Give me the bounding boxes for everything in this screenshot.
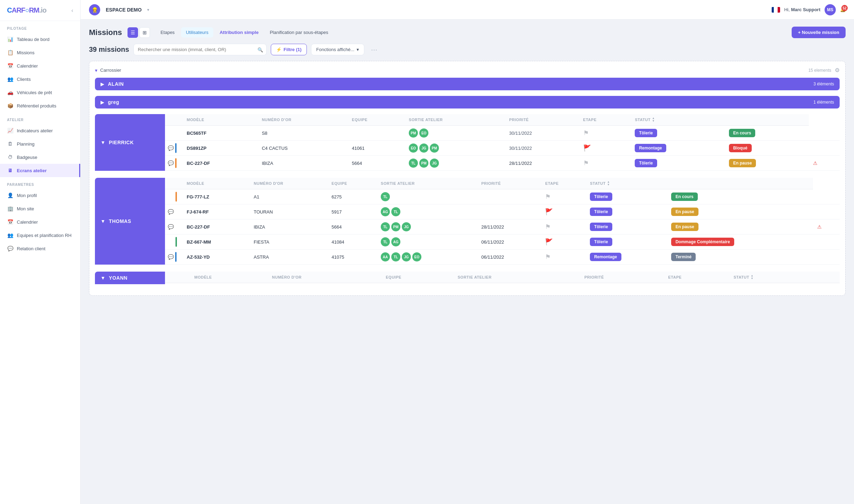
or-cell: 5664 [348, 156, 405, 171]
statut-cell[interactable]: Terminé [667, 250, 813, 265]
sidebar-item-ecrans[interactable]: 🖥 Ecrans atelier [0, 164, 80, 177]
sidebar-item-mon-site[interactable]: 🏢 Mon site [0, 202, 80, 215]
list-view-btn[interactable]: ☰ [128, 27, 138, 38]
table-row[interactable]: BZ-667-MMFIESTA41084TLAG06/11/2022🚩Tôler… [165, 234, 840, 250]
notification-bell[interactable]: 🔔 52 [840, 7, 846, 12]
or-cell: 41084 [328, 234, 377, 250]
immat-cell[interactable]: BC-227-DF [182, 156, 257, 171]
sidebar-item-clients[interactable]: 👥 Clients [0, 72, 80, 86]
sidebar-item-equipes[interactable]: 👥 Equipes et planification RH [0, 229, 80, 242]
table-row[interactable]: 💬BC-227-DFIBIZA5664TLPMJG28/11/2022⚑Tôle… [165, 219, 840, 234]
sidebar-item-calendrier[interactable]: 📅 Calendrier [0, 59, 80, 72]
immat-cell[interactable]: DS891ZP [182, 141, 257, 156]
statut-cell[interactable]: Dommage Complémentaire [667, 234, 813, 250]
row-indicators-cell [165, 189, 182, 204]
tab-attribution[interactable]: Attribution simple [215, 27, 263, 37]
sidebar-item-label: Calendrier [17, 63, 38, 69]
sidebar-item-badgeuse[interactable]: ⏱ Badgeuse [0, 150, 80, 164]
user-group-header-greg[interactable]: ▶ greg 1 éléments [95, 96, 840, 108]
flag-icon: ⚑ [583, 160, 589, 167]
statut-cell[interactable]: En pause [667, 219, 813, 234]
sidebar-item-calendrier2[interactable]: 📅 Calendrier [0, 215, 80, 229]
collapse-icon-thomas: ▼ [101, 218, 105, 224]
th-etape: Etape [579, 114, 631, 126]
statut-cell[interactable]: Bloqué [725, 141, 809, 156]
user-group-header-alain[interactable]: ▶ ALAIN 3 éléments [95, 78, 840, 90]
section-count: 15 elements [808, 68, 831, 73]
thomas-table-header: Modèle Numéro d'OR Equipe Sortie atelier… [165, 178, 840, 189]
sidebar-collapse-icon[interactable]: ‹ [71, 7, 73, 14]
etape-cell[interactable]: Remontage [586, 250, 667, 265]
statut-cell[interactable]: En pause [667, 204, 813, 219]
table-row[interactable]: FG-777-LZA16275TL⚑TôlerieEn cours [165, 189, 840, 204]
workspace-chevron-icon[interactable]: ▾ [147, 7, 149, 12]
tab-planification[interactable]: Planification par sous-étapes [265, 27, 333, 37]
team-avatar: TL [391, 252, 400, 261]
section-header-left: ▾ Carrossier [95, 68, 121, 73]
etape-cell[interactable]: Tôlerie [586, 204, 667, 219]
table-row[interactable]: 💬DS891ZPC4 CACTUS41061EOJGPM30/11/2022🚩R… [165, 141, 840, 156]
etape-badge: Remontage [590, 253, 621, 261]
user-group-header-thomas[interactable]: ▼ THOMAS [95, 178, 165, 265]
priorite-cell: 🚩 [579, 141, 631, 156]
immat-cell[interactable]: BC-227-DF [182, 219, 249, 234]
tableau-de-bord-icon: 📊 [7, 36, 13, 42]
statut-badge: En cours [729, 129, 755, 137]
table-row[interactable]: 💬BC-227-DFIBIZA5664TLPMJG28/11/2022⚑Tôle… [165, 156, 840, 171]
sidebar-item-missions[interactable]: 📋 Missions [0, 46, 80, 59]
immat-cell[interactable]: FG-777-LZ [182, 189, 249, 204]
etape-cell[interactable]: Remontage [631, 141, 725, 156]
user-group-header-yoann[interactable]: ▼ YOANN [95, 272, 165, 284]
immat-cell[interactable]: AZ-532-YD [182, 250, 249, 265]
fonctions-button[interactable]: Fonctions affiché... ▾ [311, 44, 364, 55]
sidebar-item-vehicules[interactable]: 🚗 Véhicules de prêt [0, 86, 80, 99]
etape-cell[interactable]: Tôlerie [586, 219, 667, 234]
etape-cell[interactable]: Tôlerie [631, 126, 725, 141]
etape-cell[interactable]: Tôlerie [586, 234, 667, 250]
alert-cell [813, 234, 840, 250]
priorite-cell: ⚑ [579, 156, 631, 171]
comment-icon: 💬 [168, 224, 174, 230]
calendrier-icon: 📅 [7, 63, 13, 69]
more-options-button[interactable]: ⋯ [369, 44, 380, 55]
equipe-cell: AATLJGEO [377, 250, 477, 265]
sidebar-item-referentiel[interactable]: 📦 Référentiel produits [0, 99, 80, 112]
sidebar-item-mon-profil[interactable]: 👤 Mon profil [0, 189, 80, 202]
table-row[interactable]: BC565TFS8PMEO30/11/2022⚑TôlerieEn cours [165, 126, 840, 141]
section-collapse-icon[interactable]: ▾ [95, 68, 97, 73]
flag-icon: ⚑ [545, 193, 551, 200]
modele-cell: IBIZA [257, 156, 347, 171]
sidebar-item-relation[interactable]: 💬 Relation client [0, 242, 80, 255]
filter-label: Filtre (1) [284, 47, 302, 52]
etape-cell[interactable]: Tôlerie [586, 189, 667, 204]
thomas-table: Modèle Numéro d'OR Equipe Sortie atelier… [165, 178, 840, 265]
collapse-icon-yoann: ▼ [101, 275, 105, 281]
sidebar-item-indicateurs[interactable]: 📈 Indicateurs atelier [0, 124, 80, 137]
th-alert [725, 114, 809, 126]
table-row[interactable]: 💬AZ-532-YDASTRA41075AATLJGEO06/11/2022⚑R… [165, 250, 840, 265]
alert-cell: ⚠ [809, 156, 840, 171]
sortie-cell [477, 204, 541, 219]
search-input[interactable] [133, 44, 267, 55]
statut-cell[interactable]: En pause [725, 156, 809, 171]
statut-badge: En pause [671, 223, 698, 231]
sidebar-item-planning[interactable]: 🗓 Planning [0, 137, 80, 150]
immat-cell[interactable]: FJ-674-RF [182, 204, 249, 219]
sidebar-item-tableau-de-bord[interactable]: 📊 Tableau de bord [0, 33, 80, 46]
user-count-alain: 3 éléments [813, 82, 834, 86]
grid-view-btn[interactable]: ⊞ [139, 27, 150, 38]
tab-etapes[interactable]: Etapes [156, 27, 179, 37]
statut-cell[interactable]: En cours [667, 189, 813, 204]
etape-cell[interactable]: Tôlerie [631, 156, 725, 171]
statut-cell[interactable]: En cours [725, 126, 809, 141]
immat-cell[interactable]: BZ-667-MM [182, 234, 249, 250]
user-group-header-pierrick[interactable]: ▼ PIERRICK [95, 114, 165, 171]
immat-cell[interactable]: BC565TF [182, 126, 257, 141]
table-row[interactable]: 💬FJ-674-RFTOURAN5917AGTL🚩TôlerieEn pause [165, 204, 840, 219]
etape-badge: Tôlerie [590, 238, 612, 246]
user-avatar: MS [825, 4, 836, 15]
new-mission-button[interactable]: + Nouvelle mission [792, 27, 846, 38]
filter-button[interactable]: ⚡ Filtre (1) [271, 44, 307, 55]
section-gear-icon[interactable]: ⚙ [835, 67, 840, 74]
tab-utilisateurs[interactable]: Utilisateurs [181, 27, 213, 37]
